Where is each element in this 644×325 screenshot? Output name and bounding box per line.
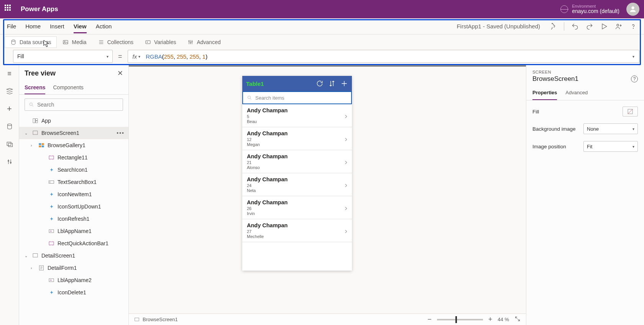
svg-point-32 (248, 96, 250, 98)
menu-insert[interactable]: Insert (50, 19, 64, 33)
advanced-tools-icon[interactable] (5, 157, 14, 166)
tree-node[interactable]: App (19, 115, 128, 127)
app-header: Power Apps Environment enayu.com (defaul… (0, 0, 644, 18)
svg-rect-26 (49, 181, 54, 184)
screen-icon (134, 317, 140, 322)
svg-rect-23 (39, 146, 41, 148)
search-icon (247, 95, 252, 100)
tree-node[interactable]: ⌄DetailScreen1 (19, 249, 128, 262)
svg-rect-25 (49, 156, 54, 159)
fit-to-window-icon[interactable] (514, 316, 521, 323)
zoom-slider[interactable] (437, 319, 483, 320)
list-item[interactable]: Andy Champan21Alonso› (242, 150, 352, 173)
list-item[interactable]: Andy Champan26Irvin› (242, 196, 352, 219)
left-rail: ≡ + (0, 65, 19, 325)
media-icon[interactable] (5, 140, 14, 149)
tree-node[interactable]: ⌄BrowseScreen1••• (19, 127, 128, 139)
zoom-out-button[interactable]: − (427, 315, 432, 323)
variables-icon (145, 39, 151, 45)
list-item[interactable]: Andy Champan24Neta› (242, 173, 352, 196)
bgimage-select[interactable]: None ▾ (583, 123, 638, 134)
formula-bar: Fill ▾ = fx ▾ RGBA(255, 255, 255, 1) ▾ (0, 50, 644, 64)
share-icon[interactable] (615, 23, 623, 30)
insert-icon[interactable]: + (5, 104, 14, 113)
list-item[interactable]: Andy Champan12Megan› (242, 127, 352, 150)
list-item[interactable]: Andy Champan27Mechelle› (242, 219, 352, 242)
data-icon[interactable] (5, 122, 14, 131)
tree-node[interactable]: ✦IconNewItem1 (19, 188, 128, 200)
tree-search[interactable] (25, 98, 123, 111)
menu-view[interactable]: View (74, 19, 87, 33)
formula-input[interactable]: fx ▾ RGBA(255, 255, 255, 1) ▾ (128, 50, 639, 63)
menu-action[interactable]: Action (96, 19, 112, 33)
list-item[interactable]: Andy Champan5Beau› (242, 104, 352, 127)
svg-point-11 (7, 124, 12, 126)
close-icon[interactable]: ✕ (117, 69, 123, 77)
svg-rect-19 (36, 121, 38, 123)
imagepos-select[interactable]: Fit ▾ (583, 141, 638, 152)
canvas[interactable]: Table1 Search items Andy Champan5Beau›An… (129, 65, 526, 325)
prop-fill-label: Fill (532, 109, 539, 115)
property-selector[interactable]: Fill ▾ (13, 50, 113, 63)
environment-icon (560, 5, 568, 13)
advanced-icon (187, 39, 194, 45)
help-icon[interactable] (629, 23, 637, 30)
svg-rect-13 (8, 143, 13, 147)
tab-screens[interactable]: Screens (25, 81, 45, 94)
tree-node[interactable]: ✦IconSortUpDown1 (19, 200, 128, 213)
tree-node[interactable]: ›DetailForm1 (19, 262, 128, 274)
tree-search-input[interactable] (37, 102, 119, 108)
tree-node[interactable]: LblAppName2 (19, 274, 128, 286)
tree-node[interactable]: ✦SearchIcon1 (19, 164, 128, 176)
ribbon-data-sources[interactable]: Data sources (5, 36, 57, 48)
svg-point-2 (617, 24, 619, 26)
document-title: FirstApp1 - Saved (Unpublished) (457, 23, 540, 30)
ribbon-media[interactable]: Media (57, 36, 92, 48)
ribbon-advanced[interactable]: Advanced (182, 36, 226, 48)
tree-node[interactable]: Rectangle11 (19, 151, 128, 164)
tab-advanced[interactable]: Advanced (565, 87, 588, 100)
ribbon-collections[interactable]: Collections (92, 36, 139, 48)
tree-node[interactable]: LblAppName1 (19, 225, 128, 237)
tree-node[interactable]: TextSearchBox1 (19, 176, 128, 188)
zoom-value: 44 (498, 317, 503, 322)
chevron-down-icon: ▾ (632, 127, 634, 131)
tree-node[interactable]: ✦IconRefresh1 (19, 213, 128, 225)
refresh-icon[interactable] (316, 80, 324, 87)
prop-bgimage-label: Background image (532, 126, 576, 132)
ribbon-variables[interactable]: Variables (139, 36, 182, 48)
user-avatar[interactable] (626, 3, 639, 16)
add-icon[interactable] (340, 80, 348, 87)
tab-properties[interactable]: Properties (532, 87, 557, 100)
chevron-right-icon: › (345, 180, 347, 189)
chevron-right-icon: › (345, 203, 347, 212)
svg-rect-29 (33, 254, 38, 257)
app-name: Power Apps (21, 5, 58, 13)
svg-point-4 (12, 40, 15, 41)
sort-icon[interactable] (328, 80, 336, 87)
app-launcher-icon[interactable] (5, 5, 14, 14)
menu-bar: File Home Insert View Action FirstApp1 -… (0, 18, 644, 34)
tab-components[interactable]: Components (53, 81, 83, 94)
tree-node[interactable]: ›BrowseGallery1 (19, 139, 128, 151)
help-icon[interactable]: ? (631, 76, 638, 82)
environment-picker[interactable]: Environment enayu.com (default) (560, 4, 619, 14)
redo-icon[interactable] (586, 23, 593, 30)
fill-color-picker[interactable] (623, 107, 638, 117)
menu-home[interactable]: Home (25, 19, 41, 33)
tree-node[interactable]: ✦IconDelete1 (19, 286, 128, 299)
undo-icon[interactable] (571, 23, 579, 30)
play-icon[interactable] (600, 23, 608, 30)
svg-rect-21 (39, 143, 41, 145)
database-icon (10, 39, 16, 45)
hamburger-icon[interactable]: ≡ (5, 69, 14, 78)
checker-icon[interactable] (549, 23, 557, 30)
svg-point-8 (189, 41, 190, 42)
zoom-in-button[interactable]: + (488, 315, 493, 323)
svg-rect-24 (42, 146, 44, 148)
menu-file[interactable]: File (7, 19, 16, 33)
svg-rect-17 (33, 119, 35, 123)
tree-node[interactable]: RectQuickActionBar1 (19, 237, 128, 249)
search-box[interactable]: Search items (242, 91, 352, 104)
tree-view-icon[interactable] (5, 87, 14, 96)
